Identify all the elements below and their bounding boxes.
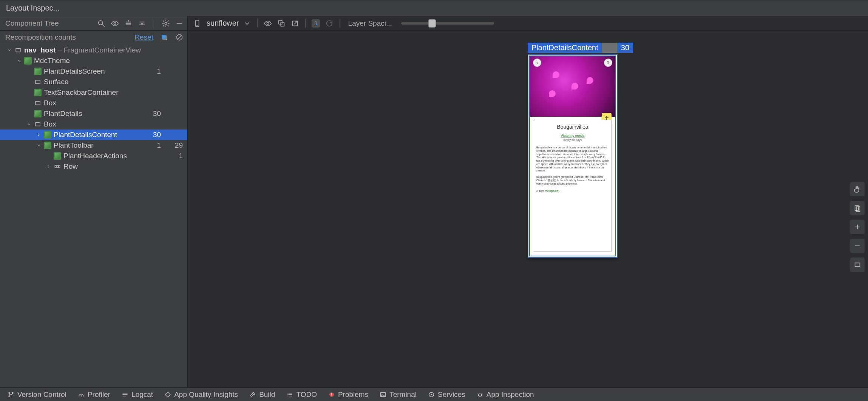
statusbar-item[interactable]: Build: [249, 390, 275, 399]
device-frame[interactable]: ‹ ⇪ + Bougainvillea Watering needs: [528, 54, 618, 258]
tree-row[interactable]: PlantDetails30: [0, 108, 187, 119]
slider-thumb[interactable]: [428, 19, 436, 28]
svg-rect-16: [36, 102, 40, 105]
eye-icon[interactable]: [111, 19, 119, 28]
statusbar-item-label: Build: [259, 390, 275, 399]
statusbar-item[interactable]: Problems: [328, 390, 368, 399]
arrow-none: [26, 100, 32, 106]
overlay-icon[interactable]: [277, 19, 286, 28]
component-tree[interactable]: nav_host – FragmentContainerViewMdcTheme…: [0, 44, 187, 387]
chevron-down-icon[interactable]: [36, 142, 42, 149]
svg-point-23: [267, 22, 269, 25]
plant-image: ‹ ⇪: [530, 56, 615, 117]
tree-node-label: PlantDetailsScreen: [44, 67, 105, 76]
statusbar-item[interactable]: Services: [428, 390, 465, 399]
svg-point-8: [165, 22, 167, 25]
minimize-icon[interactable]: [175, 19, 184, 28]
recomp-count: 1: [152, 141, 161, 150]
layout-canvas[interactable]: PlantDetailsContent 30 ‹ ⇪: [188, 31, 868, 387]
zoom-out-button[interactable]: [850, 238, 865, 253]
svg-rect-24: [278, 20, 282, 24]
export-icon[interactable]: [291, 19, 299, 28]
tree-node-label: TextSnackbarContainer: [44, 88, 119, 97]
play-icon: [428, 391, 435, 398]
tree-row[interactable]: TextSnackbarContainer: [0, 87, 187, 98]
recomp-count: [152, 152, 161, 160]
chevron-down-icon[interactable]: [243, 19, 251, 28]
svg-rect-18: [55, 165, 56, 168]
tree-row[interactable]: PlantDetailsScreen1: [0, 66, 187, 77]
gear-icon[interactable]: [162, 19, 170, 28]
back-icon[interactable]: ‹: [533, 59, 541, 67]
plant-title: Bougainvillea: [536, 124, 609, 130]
zoom-in-button[interactable]: [850, 219, 865, 234]
copy-icon[interactable]: [160, 33, 168, 42]
statusbar-item[interactable]: Profiler: [78, 390, 110, 399]
svg-point-48: [287, 396, 288, 396]
svg-rect-14: [16, 49, 20, 52]
tree-row[interactable]: nav_host – FragmentContainerView: [0, 45, 187, 56]
canvas-float-controls: [850, 182, 865, 272]
tool-window-title: Layout Inspec...: [6, 4, 59, 12]
separator: [257, 19, 258, 28]
compose-icon: [54, 152, 61, 160]
statusbar-item[interactable]: App Quality Insights: [164, 390, 238, 399]
device-icon[interactable]: [193, 19, 201, 28]
svg-point-28: [316, 24, 317, 25]
tree-row[interactable]: PlantDetailsContent30: [0, 130, 187, 140]
warn-icon: [328, 391, 335, 398]
tree-row[interactable]: MdcTheme: [0, 56, 187, 66]
tree-node-label: MdcTheme: [34, 57, 70, 65]
tree-row[interactable]: PlantHeaderActions1: [0, 151, 187, 161]
statusbar-item-label: App Quality Insights: [174, 390, 238, 399]
tree-node-label: PlantHeaderActions: [63, 152, 127, 160]
tree-row[interactable]: Row: [0, 161, 187, 172]
arrow-none: [26, 68, 32, 75]
container-icon: [34, 99, 42, 107]
svg-line-38: [81, 395, 82, 396]
chevron-down-icon[interactable]: [6, 47, 13, 54]
refresh-icon[interactable]: [325, 19, 334, 28]
statusbar-item[interactable]: Version Control: [8, 390, 66, 399]
chevron-right-icon[interactable]: [45, 163, 52, 170]
selection-badge-count: 30: [617, 43, 633, 53]
statusbar-item[interactable]: Terminal: [380, 390, 417, 399]
expand-icon[interactable]: [124, 19, 133, 28]
device-name[interactable]: sunflower: [207, 19, 239, 28]
statusbar-item[interactable]: TODO: [286, 390, 317, 399]
component-tree-panel: Component Tree Recomposition counts Rese…: [0, 16, 188, 387]
svg-line-1: [102, 24, 105, 26]
disable-icon[interactable]: [175, 33, 184, 42]
fit-button[interactable]: [850, 257, 865, 272]
arrow-none: [45, 153, 52, 159]
svg-rect-25: [281, 23, 284, 26]
statusbar-item[interactable]: Logcat: [122, 390, 153, 399]
tree-row[interactable]: Box: [0, 98, 187, 108]
live-toggle-icon[interactable]: [312, 19, 320, 28]
tree-row[interactable]: Box: [0, 119, 187, 130]
plant-card: Bougainvillea Watering needs every 5c da…: [534, 120, 612, 252]
statusbar-item[interactable]: App Inspection: [477, 390, 534, 399]
statusbar-item-label: App Inspection: [487, 390, 534, 399]
selection-badge-gap: [602, 43, 617, 53]
svg-rect-29: [855, 206, 859, 211]
chevron-down-icon[interactable]: [16, 57, 23, 64]
chevron-down-icon[interactable]: [26, 121, 32, 128]
pan-button[interactable]: [850, 182, 865, 197]
branch-icon: [8, 391, 14, 398]
layers-button[interactable]: [850, 200, 865, 216]
gauge-icon: [78, 391, 85, 398]
eye-icon[interactable]: [264, 19, 272, 28]
chevron-right-icon[interactable]: [36, 131, 42, 138]
collapse-icon[interactable]: [138, 19, 146, 28]
compose-icon: [44, 131, 51, 139]
tree-row[interactable]: PlantToolbar129: [0, 140, 187, 151]
layer-spacing-slider[interactable]: [401, 22, 494, 25]
skip-count: 29: [171, 141, 183, 150]
search-icon[interactable]: [97, 19, 105, 28]
share-icon[interactable]: ⇪: [604, 59, 612, 67]
tree-row[interactable]: Surface: [0, 77, 187, 87]
wikipedia-link[interactable]: Wikipedia: [545, 189, 559, 193]
reset-link[interactable]: Reset: [134, 33, 153, 42]
recomposition-bar: Recomposition counts Reset: [0, 31, 187, 44]
